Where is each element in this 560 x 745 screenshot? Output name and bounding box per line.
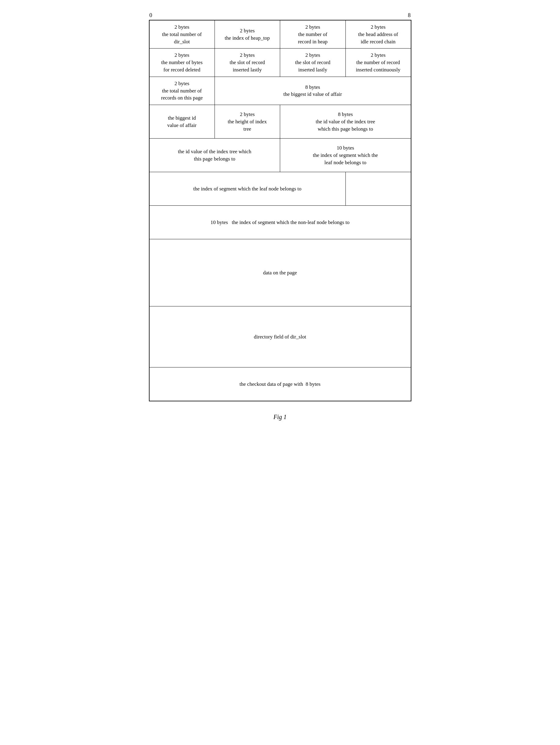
table-row: 2 bytesthe total number ofdir_slot 2 byt… xyxy=(149,20,411,48)
cell-r1c2: 2 bytesthe index of heap_top xyxy=(215,20,280,48)
cell-r1c3: 2 bytesthe number ofrecord in heap xyxy=(280,20,346,48)
cell-r4c2: 2 bytesthe height of indextree xyxy=(215,105,280,138)
table-row: 10 bytes the index of segment which the … xyxy=(149,206,411,239)
table-row: 2 bytesthe number of bytesfor record del… xyxy=(149,48,411,76)
cell-r7c1: 10 bytes the index of segment which the … xyxy=(149,206,411,239)
table-row: the id value of the index tree whichthis… xyxy=(149,138,411,172)
page-wrapper: 0 8 2 bytesthe total number ofdir_slot 2… xyxy=(149,12,411,421)
cell-r2c1: 2 bytesthe number of bytesfor record del… xyxy=(149,48,215,76)
cell-r3c1: 2 bytesthe total number ofrecords on thi… xyxy=(149,76,215,105)
offset-labels: 0 8 xyxy=(149,12,411,19)
offset-left: 0 xyxy=(150,12,152,19)
table-row: 2 bytesthe total number ofrecords on thi… xyxy=(149,76,411,105)
cell-r6c1: the index of segment which the leaf node… xyxy=(149,172,346,206)
table-row: directory field of dir_slot xyxy=(149,306,411,367)
cell-r10c1: the checkout data of page with 8 bytes xyxy=(149,367,411,401)
figure-label: Fig 1 xyxy=(149,414,411,421)
table-row: the index of segment which the leaf node… xyxy=(149,172,411,206)
table-row: the checkout data of page with 8 bytes xyxy=(149,367,411,401)
cell-r9c1: directory field of dir_slot xyxy=(149,306,411,367)
cell-r2c2: 2 bytesthe slot of recordinserted lastly xyxy=(215,48,280,76)
cell-r5c2: 10 bytesthe index of segment which thele… xyxy=(280,138,411,172)
cell-r5c1: the id value of the index tree whichthis… xyxy=(149,138,280,172)
cell-r2c4: 2 bytesthe number of recordinserted cont… xyxy=(345,48,411,76)
cell-r6c2 xyxy=(345,172,411,206)
cell-r2c3: 2 bytesthe slot of recordinserted lastly xyxy=(280,48,346,76)
table-row: the biggest idvalue of affair 2 bytesthe… xyxy=(149,105,411,138)
cell-r1c4: 2 bytesthe head address ofidle record ch… xyxy=(345,20,411,48)
cell-r4c3: 8 bytesthe id value of the index treewhi… xyxy=(280,105,411,138)
table-row: data on the page xyxy=(149,239,411,306)
cell-r1c1: 2 bytesthe total number ofdir_slot xyxy=(149,20,215,48)
cell-r3c2: 8 bytesthe biggest id value of affair xyxy=(215,76,411,105)
offset-right: 8 xyxy=(408,12,411,19)
cell-r4c1: the biggest idvalue of affair xyxy=(149,105,215,138)
diagram-table: 2 bytesthe total number ofdir_slot 2 byt… xyxy=(149,20,411,401)
cell-r8c1: data on the page xyxy=(149,239,411,306)
